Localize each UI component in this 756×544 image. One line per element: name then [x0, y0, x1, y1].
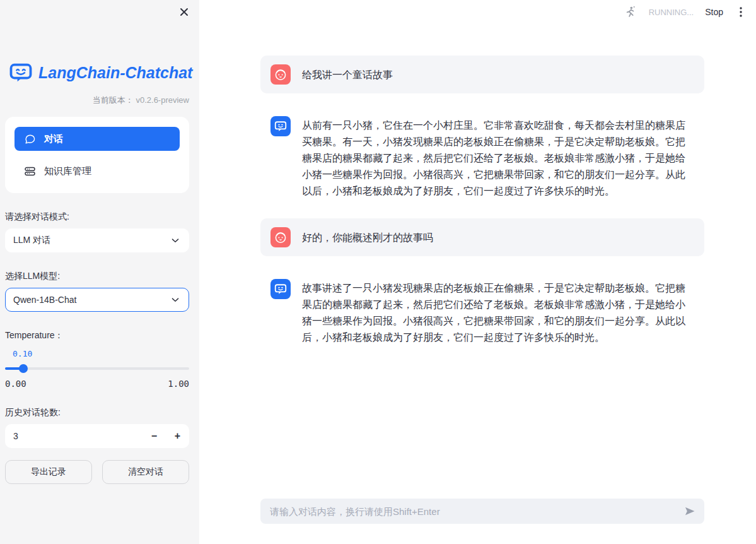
sidebar-close-button[interactable]: [178, 6, 190, 18]
stop-button[interactable]: Stop: [705, 7, 723, 17]
chat-bubble-smiley-icon: [274, 119, 288, 133]
chevron-down-icon: [170, 294, 181, 305]
slider-thumb[interactable]: [19, 364, 28, 373]
chat-bubble-smiley-icon: [274, 282, 288, 296]
sidebar-item-dialogue[interactable]: 对话: [15, 127, 180, 151]
nav-menu-card: 对话 知识库管理: [5, 117, 189, 193]
assistant-avatar: [270, 279, 291, 299]
version-info: 当前版本： v0.2.6-preview: [5, 95, 189, 106]
message-text: 好的，你能概述刚才的故事吗: [302, 228, 433, 246]
message-text: 从前有一只小猪，它住在一个小村庄里。它非常喜欢吃甜食，每天都会去村里的糖果店买糖…: [302, 116, 694, 199]
server-stack-icon: [24, 165, 36, 177]
history-rounds-value: 3: [13, 431, 18, 441]
temperature-slider[interactable]: [5, 364, 189, 373]
overflow-menu-button[interactable]: [735, 6, 747, 18]
user-avatar: [270, 64, 291, 85]
chat-message-user: 给我讲一个童话故事: [260, 56, 704, 93]
chat-input[interactable]: [269, 506, 677, 517]
temperature-value: 0.10: [5, 349, 189, 358]
llm-model-label: 选择LLM模型:: [5, 270, 189, 281]
chat-bubble-smiley-icon: [9, 61, 33, 85]
clear-dialog-button[interactable]: 清空对话: [102, 460, 189, 484]
slider-max: 1.00: [168, 379, 189, 389]
slider-track[interactable]: [5, 367, 189, 370]
dialog-mode-label: 请选择对话模式:: [5, 211, 189, 222]
app-title: LangChain-Chatchat: [38, 64, 192, 82]
dialog-mode-value: LLM 对话: [13, 235, 50, 246]
llm-model-select[interactable]: Qwen-14B-Chat: [5, 288, 189, 312]
face-icon: [273, 67, 288, 82]
temperature-label: Temperature：: [5, 329, 189, 341]
chevron-down-icon: [170, 235, 181, 246]
running-status: RUNNING...: [649, 8, 694, 17]
close-icon: [179, 7, 189, 17]
chat-input-box: [260, 499, 704, 524]
sidebar-item-label: 知识库管理: [44, 165, 91, 177]
llm-model-value: Qwen-14B-Chat: [13, 295, 76, 305]
main-area: RUNNING... Stop 给我讲一个童话故事: [199, 0, 756, 544]
running-man-icon: [624, 5, 637, 19]
app-logo: LangChain-Chatchat: [9, 60, 189, 85]
chat-history: 给我讲一个童话故事 从前有一只小猪，它住在一个小村庄里。它非常喜欢吃甜食，每天都…: [260, 56, 704, 365]
history-rounds-label: 历史对话轮数:: [5, 406, 189, 418]
chat-outline-icon: [24, 133, 36, 145]
app-header: RUNNING... Stop: [624, 5, 747, 19]
message-text: 故事讲述了一只小猪发现糖果店的老板娘正在偷糖果，于是它决定帮助老板娘。它把糖果店…: [302, 279, 694, 346]
increment-button[interactable]: +: [166, 424, 189, 448]
history-rounds-input[interactable]: 3 − +: [5, 424, 189, 448]
user-avatar: [270, 227, 291, 247]
export-records-button[interactable]: 导出记录: [5, 460, 92, 484]
slider-min: 0.00: [5, 379, 26, 389]
version-value: v0.2.6-preview: [136, 95, 189, 105]
number-stepper: − +: [142, 424, 189, 448]
sidebar: LangChain-Chatchat 当前版本： v0.2.6-preview …: [0, 0, 199, 544]
chat-message-user: 好的，你能概述刚才的故事吗: [260, 218, 704, 256]
chat-message-assistant: 故事讲述了一只小猪发现糖果店的老板娘正在偷糖果，于是它决定帮助老板娘。它把糖果店…: [260, 270, 704, 355]
chat-message-assistant: 从前有一只小猪，它住在一个小村庄里。它非常喜欢吃甜食，每天都会去村里的糖果店买糖…: [260, 107, 704, 208]
send-icon[interactable]: [683, 505, 696, 517]
version-label: 当前版本：: [93, 95, 134, 105]
decrement-button[interactable]: −: [142, 424, 166, 448]
sidebar-item-knowledge-base[interactable]: 知识库管理: [15, 159, 180, 183]
slider-range: 0.00 1.00: [5, 379, 189, 389]
message-text: 给我讲一个童话故事: [302, 66, 393, 83]
dialog-mode-select[interactable]: LLM 对话: [5, 228, 189, 252]
face-icon: [273, 230, 288, 245]
sidebar-actions: 导出记录 清空对话: [5, 460, 189, 484]
assistant-avatar: [270, 116, 291, 136]
sidebar-item-label: 对话: [44, 133, 63, 145]
